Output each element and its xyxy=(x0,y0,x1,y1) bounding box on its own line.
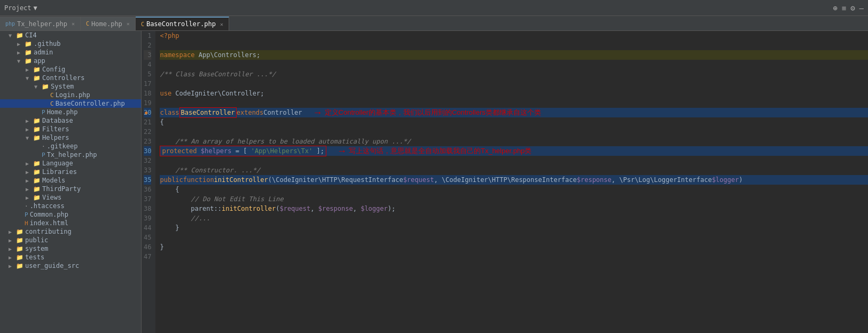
tab-bar: php Tx_helper.php ✕ C Home.php ✕ C BaseC… xyxy=(0,16,868,31)
annotation-text-30: 写上这句话，意思就是全自动加载我自己的Tx_helper.php类 xyxy=(349,146,531,156)
gear-icon[interactable]: ⚙ xyxy=(850,4,855,12)
sidebar-item-libraries-label: Libraries xyxy=(42,168,77,176)
code-line-22 xyxy=(160,127,868,137)
sidebar-item-htaccess[interactable]: · .htaccess xyxy=(0,202,141,210)
code-line-39: //... xyxy=(160,213,868,223)
code-line-45 xyxy=(160,233,868,242)
minimize-icon[interactable]: — xyxy=(859,4,864,12)
sidebar-item-app[interactable]: ▼ 📁 app xyxy=(0,57,141,65)
sidebar-item-thirdparty-label: ThirdParty xyxy=(42,185,81,193)
sidebar-item-gitkeep[interactable]: · .gitkeep xyxy=(0,142,141,150)
sidebar-item-common[interactable]: P Common.php xyxy=(0,210,141,219)
code-line-37: // Do Not Edit This Line xyxy=(160,194,868,204)
close-tab-basecontroller-icon[interactable]: ✕ xyxy=(220,21,223,27)
tab-basecontroller[interactable]: C BaseController.php ✕ xyxy=(136,17,229,30)
sidebar-item-views[interactable]: ▶ 📁 Views xyxy=(0,193,141,202)
line-num-18: 18 xyxy=(144,89,151,98)
project-title[interactable]: Project ▼ xyxy=(4,4,37,12)
sidebar-item-index-html[interactable]: H index.html xyxy=(0,219,141,227)
expand-system-root-icon: ▶ xyxy=(9,246,16,252)
sidebar-item-libraries[interactable]: ▶ 📁 Libraries xyxy=(0,168,141,176)
sidebar-item-database[interactable]: ▶ 📁 Database xyxy=(0,116,141,125)
sidebar-item-database-label: Database xyxy=(42,117,73,124)
sidebar-item-user-guide[interactable]: ▶ 📁 user_guide_src xyxy=(0,261,141,270)
editor-content: 1 2 3 4 5 17 18 19 ● 20 21 22 23 30 32 3… xyxy=(142,31,868,333)
sidebar-item-language[interactable]: ▶ 📁 Language xyxy=(0,159,141,168)
expand-app-icon: ▼ xyxy=(17,58,25,64)
folder-icon: 📁 xyxy=(25,41,32,47)
folder-icon: 📁 xyxy=(25,58,32,65)
folder-icon: 📁 xyxy=(16,263,24,269)
expand-tests-icon: ▶ xyxy=(9,255,16,260)
line-num-33: 33 xyxy=(144,165,151,175)
php-file-icon: P xyxy=(42,109,45,116)
sidebar-item-gitkeep-label: .gitkeep xyxy=(47,142,78,150)
sidebar-item-basecontroller[interactable]: C BaseController.php xyxy=(0,99,141,108)
expand-controllers-icon: ▼ xyxy=(26,75,33,81)
expand-models-icon: ▶ xyxy=(26,178,33,184)
tab-home[interactable]: C Home.php ✕ xyxy=(81,17,136,30)
code-line-35: public function initController (\CodeIgn… xyxy=(160,175,868,185)
line-num-3: 3 xyxy=(144,50,151,60)
list-icon[interactable]: ≡ xyxy=(842,4,846,12)
line-num-17: 17 xyxy=(144,79,151,89)
line-num-30: 30 xyxy=(144,146,151,156)
folder-icon: 📁 xyxy=(42,83,49,90)
code-line-5: /** Class BaseController ...*/ xyxy=(160,69,868,79)
project-label: Project xyxy=(4,4,32,12)
close-tab-home-icon[interactable]: ✕ xyxy=(127,21,130,27)
code-line-30: protected $helpers = [ 'App\Helpers\Tx' … xyxy=(160,146,868,156)
annotation-text-20: 定义Controller的基本类，我们以后用到的Controllers类都继承自… xyxy=(325,108,541,117)
sidebar-item-filters[interactable]: ▶ 📁 Filters xyxy=(0,125,141,133)
top-icons: ⊕ ≡ ⚙ — xyxy=(833,4,864,12)
code-line-18: use CodeIgniter\Controller; xyxy=(160,89,868,98)
expand-github-icon: ▶ xyxy=(17,41,25,47)
sidebar-item-controllers[interactable]: ▼ 📁 Controllers xyxy=(0,74,141,82)
expand-config-icon: ▶ xyxy=(26,67,33,73)
folder-icon: 📁 xyxy=(33,66,41,73)
chevron-down-icon: ▼ xyxy=(34,4,37,12)
sidebar-item-public-label: public xyxy=(25,236,48,244)
sidebar-item-config[interactable]: ▶ 📁 Config xyxy=(0,65,141,74)
sidebar-item-public[interactable]: ▶ 📁 public xyxy=(0,236,141,244)
code-line-3: namespace App\Controllers; xyxy=(160,50,868,60)
expand-ci4-icon: ▼ xyxy=(9,33,16,38)
code-line-36: { xyxy=(160,185,868,194)
tab-home-label: Home.php xyxy=(91,20,122,28)
sidebar-item-helpers[interactable]: ▼ 📁 Helpers xyxy=(0,133,141,142)
line-num-36: 36 xyxy=(144,185,151,194)
tab-tx-helper[interactable]: php Tx_helper.php ✕ xyxy=(0,17,81,30)
sidebar-item-thirdparty[interactable]: ▶ 📁 ThirdParty xyxy=(0,185,141,193)
close-tab-tx-helper-icon[interactable]: ✕ xyxy=(72,21,75,27)
ci-file-icon: C xyxy=(50,100,54,107)
ci-icon: C xyxy=(86,21,89,27)
sidebar-item-contributing[interactable]: ▶ 📁 contributing xyxy=(0,227,141,236)
sidebar-item-login[interactable]: C Login.php xyxy=(0,91,141,99)
html-file-icon: H xyxy=(25,220,28,227)
ci-file-icon: C xyxy=(50,92,54,99)
sidebar-item-system-root[interactable]: ▶ 📁 system xyxy=(0,244,141,253)
folder-icon: 📁 xyxy=(33,117,41,124)
code-line-33: /** Constructor. ...*/ xyxy=(160,165,868,175)
sidebar-item-home-file[interactable]: P Home.php xyxy=(0,108,141,116)
expand-helpers-icon: ▼ xyxy=(26,135,33,141)
sidebar-item-txhelper-file[interactable]: P Tx_helper.php xyxy=(0,150,141,159)
line-num-47: 47 xyxy=(144,252,151,261)
line-num-44: 44 xyxy=(144,223,151,233)
expand-language-icon: ▶ xyxy=(26,161,33,166)
sidebar-item-tests[interactable]: ▶ 📁 tests xyxy=(0,253,141,261)
code-pane[interactable]: <?php namespace App\Controllers; /** Cla… xyxy=(155,31,868,333)
expand-system-icon: ▼ xyxy=(34,84,42,90)
sidebar-item-github[interactable]: ▶ 📁 .github xyxy=(0,39,141,48)
sidebar-item-system[interactable]: ▼ 📁 System xyxy=(0,82,141,91)
sidebar-item-txhelper-label: Tx_helper.php xyxy=(47,151,97,158)
add-icon[interactable]: ⊕ xyxy=(833,4,837,12)
code-line-32 xyxy=(160,156,868,165)
sidebar-item-ci4-label: CI4 xyxy=(25,31,37,39)
sidebar-item-ci4[interactable]: ▼ 📁 CI4 xyxy=(0,31,141,39)
class-name-highlight: BaseController xyxy=(179,107,237,118)
sidebar-item-admin[interactable]: ▶ 📁 admin xyxy=(0,48,141,57)
folder-icon: 📁 xyxy=(16,237,24,244)
expand-database-icon: ▶ xyxy=(26,118,33,124)
sidebar-item-models[interactable]: ▶ 📁 Models xyxy=(0,176,141,185)
